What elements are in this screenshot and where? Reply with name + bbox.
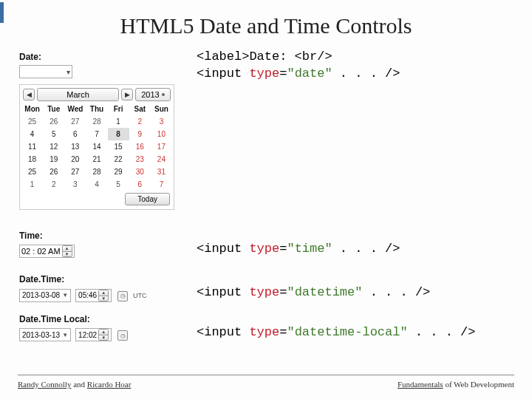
- footer-left: Randy Connolly and Ricardo Hoar: [18, 380, 131, 389]
- calendar-day[interactable]: 18: [21, 153, 43, 166]
- dtl-date-select[interactable]: 2013-03-13▼: [19, 328, 71, 341]
- dtl-time-select[interactable]: 12:02▲▼: [75, 328, 112, 341]
- calendar-day[interactable]: 23: [129, 153, 151, 166]
- datetime-local-widget: Date.Time Local: 2013-03-13▼ 12:02▲▼ ◷: [19, 314, 174, 342]
- row-datetime-local: Date.Time Local: 2013-03-13▼ 12:02▲▼ ◷ <…: [19, 314, 513, 342]
- calendar-grid: MonTueWedThuFriSatSun2526272812345678910…: [21, 103, 172, 191]
- row-time: Time: 02 : 02 AM ▲▼ <input type="time" .…: [19, 231, 513, 258]
- calendar-day[interactable]: 25: [21, 166, 43, 178]
- calendar-day[interactable]: 5: [108, 178, 129, 191]
- slide-title: HTML5 Date and Time Controls: [0, 0, 532, 38]
- calendar-day[interactable]: 12: [43, 140, 64, 153]
- calendar-day[interactable]: 22: [108, 153, 129, 166]
- date-label: Date:: [19, 52, 174, 62]
- calendar-day[interactable]: 5: [43, 128, 64, 140]
- today-button[interactable]: Today: [125, 193, 170, 205]
- calendar-day[interactable]: 15: [108, 140, 129, 153]
- day-header: Sun: [151, 103, 172, 115]
- date-widget: Date: ▾ ◀ March ▶ 2013 MonTueWedThuFriSa…: [19, 52, 174, 210]
- calendar-day[interactable]: 27: [64, 115, 86, 128]
- calendar-day[interactable]: 7: [151, 178, 172, 191]
- calendar-day[interactable]: 6: [129, 178, 151, 191]
- calendar-day[interactable]: 26: [43, 166, 64, 178]
- day-header: Thu: [86, 103, 107, 115]
- row-datetime: Date.Time: 2013-03-08▼ 05:46▲▼ ◷ UTC <in…: [19, 274, 513, 302]
- clock-icon[interactable]: ◷: [117, 330, 128, 341]
- calendar-day[interactable]: 26: [43, 115, 64, 128]
- calendar-day[interactable]: 2: [129, 115, 151, 128]
- calendar-day[interactable]: 13: [64, 140, 86, 153]
- row-date: Date: ▾ ◀ March ▶ 2013 MonTueWedThuFriSa…: [19, 52, 513, 210]
- time-value: 02 : 02 AM: [21, 247, 61, 256]
- day-header: Mon: [21, 103, 43, 115]
- calendar-day[interactable]: 20: [64, 153, 86, 166]
- date-input-collapsed[interactable]: ▾: [19, 65, 72, 78]
- calendar-day[interactable]: 29: [108, 166, 129, 178]
- day-header: Sat: [129, 103, 151, 115]
- calendar-day[interactable]: 4: [21, 128, 43, 140]
- utc-label: UTC: [133, 292, 147, 299]
- calendar-day[interactable]: 21: [86, 153, 107, 166]
- time-input[interactable]: 02 : 02 AM ▲▼: [19, 245, 75, 258]
- calendar-day[interactable]: 28: [86, 166, 107, 178]
- dtl-time-stepper[interactable]: ▲▼: [98, 329, 109, 341]
- calendar-day[interactable]: 3: [151, 115, 172, 128]
- datetime-time-select[interactable]: 05:46▲▼: [75, 289, 112, 302]
- calendar-header: ◀ March ▶ 2013: [21, 86, 172, 103]
- calendar-day[interactable]: 16: [129, 140, 151, 153]
- calendar-day[interactable]: 10: [151, 128, 172, 140]
- slide-accent: [0, 2, 4, 23]
- datetime-widget: Date.Time: 2013-03-08▼ 05:46▲▼ ◷ UTC: [19, 274, 174, 302]
- calendar-day[interactable]: 1: [108, 115, 129, 128]
- datetime-time-stepper[interactable]: ▲▼: [98, 290, 109, 301]
- time-label: Time:: [19, 231, 174, 241]
- footer: Randy Connolly and Ricardo Hoar Fundamen…: [18, 375, 514, 389]
- calendar-day[interactable]: 17: [151, 140, 172, 153]
- clock-icon[interactable]: ◷: [117, 291, 128, 301]
- code-datetime: <input type="datetime" . . . />: [197, 284, 430, 301]
- day-header: Tue: [43, 103, 64, 115]
- calendar-popup: ◀ March ▶ 2013 MonTueWedThuFriSatSun2526…: [19, 84, 174, 210]
- year-select[interactable]: 2013: [135, 88, 171, 101]
- calendar-day[interactable]: 8: [108, 128, 129, 140]
- day-header: Fri: [108, 103, 129, 115]
- calendar-day[interactable]: 27: [64, 166, 86, 178]
- year-label: 2013: [141, 90, 159, 99]
- calendar-day[interactable]: 3: [64, 178, 86, 191]
- calendar-day[interactable]: 28: [86, 115, 107, 128]
- calendar-day[interactable]: 30: [129, 166, 151, 178]
- calendar-day[interactable]: 9: [129, 128, 151, 140]
- calendar-day[interactable]: 2: [43, 178, 64, 191]
- calendar-day[interactable]: 4: [86, 178, 107, 191]
- time-widget: Time: 02 : 02 AM ▲▼: [19, 231, 174, 258]
- calendar-day[interactable]: 7: [86, 128, 107, 140]
- calendar-day[interactable]: 1: [21, 178, 43, 191]
- calendar-day[interactable]: 31: [151, 166, 172, 178]
- content-area: Date: ▾ ◀ March ▶ 2013 MonTueWedThuFriSa…: [19, 52, 513, 341]
- time-stepper[interactable]: ▲▼: [62, 245, 72, 257]
- code-time: <input type="time" . . . />: [197, 241, 400, 258]
- footer-right: Fundamentals of Web Development: [398, 380, 514, 389]
- datetime-date-select[interactable]: 2013-03-08▼: [19, 289, 71, 302]
- prev-month-button[interactable]: ◀: [23, 89, 35, 100]
- calendar-day[interactable]: 6: [64, 128, 86, 140]
- day-header: Wed: [64, 103, 86, 115]
- month-select[interactable]: March: [37, 88, 119, 101]
- calendar-day[interactable]: 11: [21, 140, 43, 153]
- calendar-day[interactable]: 14: [86, 140, 107, 153]
- month-label: March: [66, 90, 89, 99]
- calendar-day[interactable]: 19: [43, 153, 64, 166]
- calendar-day[interactable]: 25: [21, 115, 43, 128]
- datetime-label: Date.Time:: [19, 274, 174, 284]
- calendar-day[interactable]: 24: [151, 153, 172, 166]
- code-date: <label>Date: <br/> <input type="date" . …: [197, 49, 400, 83]
- datetime-local-label: Date.Time Local:: [19, 314, 174, 324]
- next-month-button[interactable]: ▶: [121, 89, 133, 100]
- code-datetime-local: <input type="datetime-local" . . . />: [197, 324, 476, 341]
